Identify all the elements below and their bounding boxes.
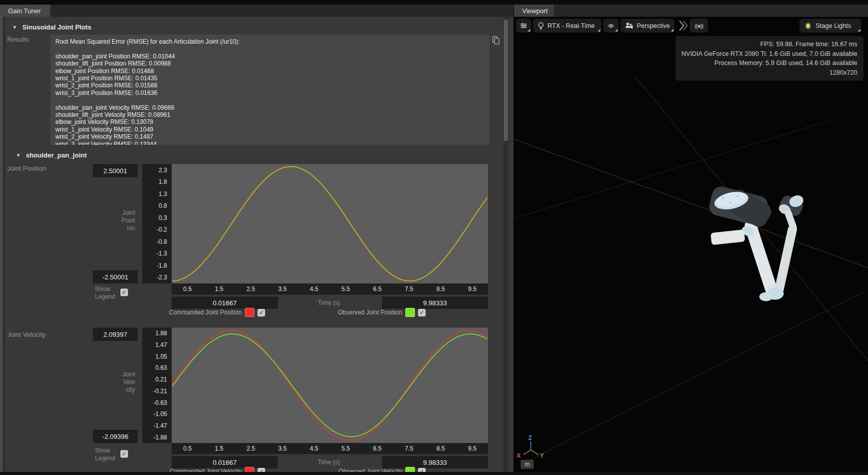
axis-tick-label: 1.88 — [142, 328, 172, 339]
stats-memory: Process Memory: 5.9 GiB used, 14.6 GiB a… — [682, 58, 857, 68]
axis-tick-label: 9.5 — [457, 443, 488, 454]
position-show-legend-checkbox[interactable]: ✓ — [120, 289, 128, 296]
axis-tick-label: 8.5 — [425, 443, 456, 454]
commanded-position-legend-label: Commanded Joint Position — [169, 309, 242, 316]
axis-tick-label: 0.5 — [172, 443, 203, 454]
position-legend-observed: Observed Joint Position ✓ — [305, 307, 426, 318]
position-axis-title: Joint Posit ion — [93, 209, 135, 232]
position-plot-area[interactable] — [172, 164, 488, 283]
panel-scrollbar-thumb[interactable] — [504, 19, 508, 141]
copy-results-icon[interactable] — [491, 36, 500, 45]
camera-icon — [625, 22, 633, 29]
panel-left-splitter-edge — [3, 17, 5, 472]
commanded-position-checkbox[interactable]: ✓ — [258, 309, 265, 316]
gizmo-y-label: Y — [540, 452, 544, 459]
viewport-3d-scene: Z X Y — [514, 17, 868, 472]
visibility-button[interactable] — [603, 19, 619, 33]
axis-tick-label: 1.05 — [142, 351, 172, 362]
position-show-legend-label: Show Legend — [95, 286, 115, 301]
velocity-x-axis: 0.51.52.53.54.55.56.57.58.59.5 — [172, 443, 488, 454]
viewport-settings-button[interactable] — [516, 19, 531, 33]
unit-badge[interactable]: m — [521, 460, 534, 469]
axis-tick-label: 2.5 — [235, 443, 267, 454]
camera-selector-button[interactable]: Perspective — [621, 19, 674, 33]
gizmo-z-label: Z — [528, 434, 532, 441]
axis-tick-label: 2.5 — [235, 283, 267, 295]
axis-tick-label: 9.5 — [457, 283, 488, 295]
camera-label: Perspective — [637, 22, 670, 29]
velocity-show-legend-checkbox[interactable]: ✓ — [120, 450, 128, 458]
renderer-label: RTX - Real-Time — [548, 22, 595, 29]
axis-tick-label: -1.88 — [142, 431, 172, 443]
position-plot-canvas — [172, 164, 488, 283]
stage-lights-label: Stage Lights — [816, 22, 851, 29]
viewport-canvas[interactable]: Z X Y — [514, 17, 868, 472]
velocity-axis-title: Joint Velo city — [93, 371, 135, 394]
axis-tick-label: 0.8 — [142, 200, 172, 212]
gizmo-x-label: X — [517, 452, 521, 459]
lightbulb-icon — [538, 22, 544, 30]
signal-icon: ((●)) — [695, 23, 703, 29]
section-shoulder-pan-title: shoulder_pan_joint — [26, 151, 87, 159]
position-min-field[interactable]: -2.50001 — [93, 270, 138, 283]
section-sinusoidal-joint-plots[interactable]: ▼ Sinusoidal Joint Plots — [12, 23, 91, 31]
observed-position-color-swatch[interactable] — [405, 308, 415, 317]
results-textarea[interactable]: Root Mean Squared Error (RMSE) for each … — [50, 35, 490, 145]
velocity-plot-area[interactable] — [172, 328, 488, 443]
axis-tick-label: 8.5 — [425, 283, 456, 295]
axis-tick-label: 6.5 — [362, 283, 393, 295]
axis-tick-label: 0.3 — [142, 212, 172, 224]
collapse-triangle-icon[interactable]: ▼ — [12, 24, 17, 30]
axis-tick-label: 1.5 — [203, 443, 235, 454]
axis-tick-label: 1.47 — [142, 339, 172, 351]
stats-gpu: NVIDIA GeForce RTX 2080 Ti: 1.6 GiB used… — [682, 49, 857, 59]
section-shoulder-pan-joint[interactable]: ▼ shoulder_pan_joint — [16, 151, 87, 159]
gain-tuner-tabbar: Gain Tuner — [0, 5, 513, 17]
position-max-field[interactable]: 2.50001 — [93, 164, 138, 177]
axis-tick-label: -0.63 — [142, 397, 172, 408]
window-bottom-edge — [0, 472, 868, 475]
axis-tick-label: 5.5 — [330, 283, 361, 295]
axis-tick-label: 1.8 — [142, 176, 172, 188]
commanded-position-color-swatch[interactable] — [245, 308, 254, 317]
velocity-show-legend-label: Show Legend — [95, 447, 115, 462]
axis-tick-label: 4.5 — [298, 443, 330, 454]
collapse-triangle-icon[interactable]: ▼ — [16, 152, 21, 158]
axis-tick-label: 0.5 — [172, 283, 203, 295]
axis-tick-label: -0.8 — [142, 236, 172, 248]
grid-axis-y-line — [514, 139, 868, 268]
joint-velocity-label: Joint Velocity — [7, 331, 46, 338]
stage-lights-button[interactable]: Stage Lights — [799, 19, 861, 33]
toolbar-expand-chevron-icon[interactable] — [678, 19, 688, 32]
axis-tick-label: 6.5 — [362, 443, 393, 454]
axis-tick-label: 7.5 — [393, 443, 425, 454]
axis-tick-label: 4.5 — [298, 283, 330, 295]
axis-tick-label: -0.21 — [142, 386, 172, 397]
broadcast-button[interactable]: ((●)) — [690, 19, 708, 33]
velocity-min-field[interactable]: -2.09396 — [93, 430, 138, 443]
eye-icon — [608, 23, 614, 29]
section-sinusoidal-title: Sinusoidal Joint Plots — [22, 23, 91, 31]
axis-gizmo: Z X Y — [517, 434, 544, 459]
axis-tick-label: 3.5 — [267, 443, 298, 454]
axis-tick-label: 5.5 — [330, 443, 361, 454]
axis-tick-label: 0.63 — [142, 362, 172, 374]
observed-position-checkbox[interactable]: ✓ — [418, 309, 426, 316]
velocity-max-field[interactable]: 2.09397 — [93, 328, 138, 341]
axis-tick-label: 1.5 — [203, 283, 235, 295]
stage-lights-sun-icon — [804, 22, 812, 30]
robot-arm — [708, 184, 805, 301]
tab-gain-tuner-label: Gain Tuner — [8, 7, 41, 15]
velocity-plot-canvas — [172, 328, 488, 443]
viewport-stats-overlay: FPS: 59.98, Frame time: 16.67 ms NVIDIA … — [676, 36, 863, 81]
viewport-tabbar: Viewport — [514, 5, 868, 17]
renderer-selector-button[interactable]: RTX - Real-Time — [533, 19, 601, 33]
tab-viewport[interactable]: Viewport — [514, 5, 554, 17]
axis-tick-label: -0.2 — [142, 224, 172, 236]
tab-viewport-label: Viewport — [522, 7, 548, 15]
sliders-icon — [521, 22, 527, 29]
tab-gain-tuner[interactable]: Gain Tuner — [0, 5, 50, 17]
stats-resolution: 1280x720 — [682, 68, 857, 78]
position-legend-commanded: Commanded Joint Position ✓ — [142, 307, 265, 318]
panel-scrollbar-track[interactable] — [503, 17, 508, 472]
